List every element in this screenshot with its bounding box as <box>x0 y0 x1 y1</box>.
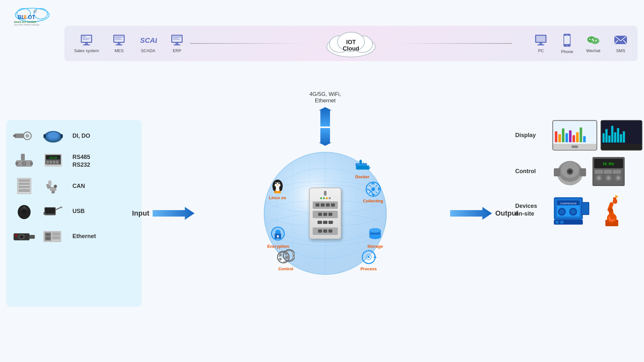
top-banner: Sales system MES SCADA SCADA <box>64 26 638 61</box>
svg-point-93 <box>22 209 27 214</box>
device-row-rs485: 123.45 RS485 RS232 <box>11 152 137 171</box>
svg-rect-27 <box>173 37 181 37</box>
camera-icon <box>11 227 37 246</box>
sales-system-label: Sales system <box>74 48 99 53</box>
svg-rect-212 <box>560 221 564 224</box>
sensor-svg <box>13 127 35 145</box>
monitor-display <box>552 120 597 151</box>
compressor: COMPRESSOR <box>552 192 591 228</box>
encryption-icon <box>271 227 285 243</box>
port-9 <box>323 229 327 233</box>
svg-text:50.0Hz: 50.0Hz <box>603 162 614 166</box>
svg-point-197 <box>607 176 610 180</box>
svg-rect-69 <box>15 162 18 165</box>
svg-line-169 <box>369 185 371 187</box>
svg-point-143 <box>273 186 276 191</box>
gateway-sphere: Docker Linux os <box>261 149 390 278</box>
banner-item-scada: SCADA SCADA <box>139 34 157 53</box>
control-icon <box>277 249 295 265</box>
svg-point-50 <box>593 40 594 41</box>
svg-rect-21 <box>115 39 122 40</box>
port-2 <box>321 203 325 207</box>
erp-label: ERP <box>173 48 181 53</box>
compressor-svg: COMPRESSOR <box>552 192 591 228</box>
svg-rect-29 <box>173 39 180 40</box>
control-label: Control <box>515 168 547 175</box>
svg-rect-63 <box>43 134 46 138</box>
panel-icon <box>11 177 37 196</box>
svg-rect-209 <box>582 203 589 214</box>
svg-rect-26 <box>172 36 182 42</box>
banner-item-pc: PC <box>534 34 548 53</box>
left-panel: DI, DO 123.45 <box>6 120 142 307</box>
motor-svg <box>42 127 64 145</box>
svg-rect-70 <box>30 162 33 165</box>
svg-rect-108 <box>52 232 60 236</box>
flowmeter-icon <box>11 152 37 171</box>
monitor-dark-display <box>601 120 642 151</box>
sms-icon <box>613 34 628 47</box>
svg-line-171 <box>369 191 371 193</box>
robot-arm-svg <box>594 192 630 228</box>
plc-icon <box>40 227 66 246</box>
device-row-ethernet: Ethernet <box>11 227 137 246</box>
svg-point-104 <box>15 235 17 237</box>
rj45-3 <box>328 221 333 224</box>
wechat-icon <box>586 34 601 47</box>
rj45-1 <box>317 221 322 224</box>
sms-label: SMS <box>616 48 625 53</box>
robot-svg <box>42 177 64 195</box>
input-arrow <box>153 205 194 221</box>
svg-rect-95 <box>45 208 55 214</box>
gateway-device <box>309 188 341 239</box>
svg-rect-76 <box>50 161 52 164</box>
cloud-icon: IOT Cloud <box>319 27 383 60</box>
banner-item-sales: Sales system <box>74 34 99 53</box>
svg-rect-40 <box>539 43 542 44</box>
port-1 <box>316 203 319 207</box>
antenna <box>324 191 327 196</box>
svg-marker-112 <box>153 207 194 220</box>
svg-point-44 <box>566 44 568 46</box>
svg-rect-19 <box>115 37 123 37</box>
port-6 <box>323 213 327 216</box>
center-area: Input 4G/5G, WiFi, Ethernet <box>142 149 509 278</box>
storage-sphere-icon: Storage <box>367 227 383 249</box>
port-5 <box>318 213 322 216</box>
phone-icon <box>562 33 572 48</box>
banner-item-phone: Phone <box>561 33 573 54</box>
logo-area: BL II OT R MAKE IIOT EASIER Since 2005, … <box>6 6 64 26</box>
encryption-sphere-icon: Encryption <box>267 227 289 249</box>
svg-rect-30 <box>175 43 178 44</box>
banner-right: PC Phone Wechat <box>512 33 628 54</box>
svg-point-198 <box>617 176 620 180</box>
svg-rect-75 <box>46 161 49 164</box>
svg-rect-23 <box>116 44 122 45</box>
svg-point-146 <box>277 191 281 193</box>
svg-text:Cloud: Cloud <box>343 45 359 52</box>
svg-point-163 <box>368 256 370 258</box>
ethernet-label: Ethernet <box>72 233 96 240</box>
banner-item-sms: SMS <box>613 34 628 53</box>
flowmeter-svg <box>13 152 35 170</box>
svg-rect-15 <box>85 43 88 44</box>
svg-line-170 <box>375 185 377 187</box>
display-images <box>552 120 642 151</box>
svg-point-89 <box>54 185 57 188</box>
port-row-3 <box>313 227 337 235</box>
svg-text:SCADA: SCADA <box>140 36 157 44</box>
phone-label: Phone <box>561 49 573 54</box>
rj45-ports <box>317 221 333 224</box>
svg-rect-14 <box>82 39 89 40</box>
connectivity-text: 4G/5G, WiFi, Ethernet <box>309 91 341 104</box>
banner-item-wechat: Wechat <box>586 34 601 53</box>
meter-svg: 123.45 <box>42 152 64 170</box>
svg-rect-12 <box>82 36 86 37</box>
svg-point-68 <box>23 162 25 164</box>
svg-point-140 <box>275 182 276 183</box>
input-label: Input <box>132 209 149 218</box>
linuxos-sphere-icon: Linux os <box>269 178 286 200</box>
port-8 <box>318 229 322 233</box>
device-row-usb: USB <box>11 202 137 221</box>
port-10 <box>328 229 332 233</box>
